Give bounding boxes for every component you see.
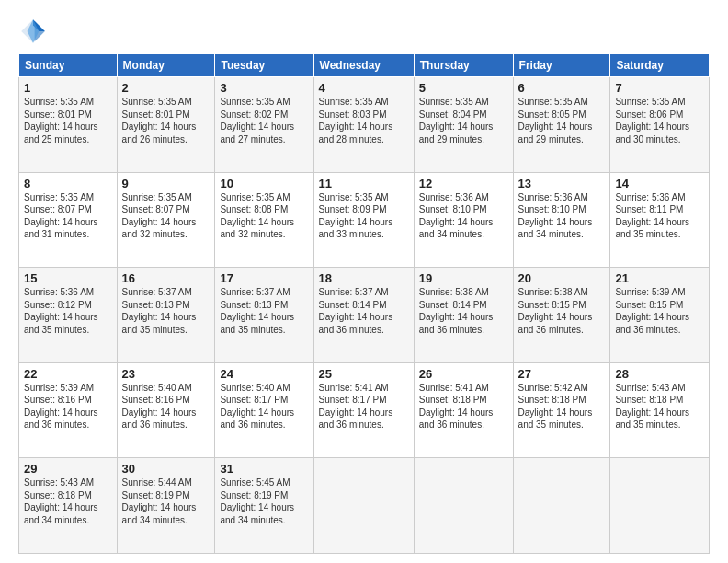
- day-number: 29: [24, 462, 112, 476]
- day-info: Sunrise: 5:35 AM Sunset: 8:09 PM Dayligh…: [319, 191, 409, 241]
- day-info: Sunrise: 5:45 AM Sunset: 8:19 PM Dayligh…: [220, 477, 308, 526]
- day-number: 9: [122, 177, 210, 190]
- calendar-cell: 7Sunrise: 5:35 AM Sunset: 8:06 PM Daylig…: [610, 77, 710, 173]
- day-info: Sunrise: 5:38 AM Sunset: 8:14 PM Dayligh…: [419, 286, 508, 336]
- calendar-cell: 31Sunrise: 5:45 AM Sunset: 8:19 PM Dayli…: [215, 458, 313, 554]
- day-number: 27: [518, 367, 606, 381]
- day-number: 12: [419, 177, 508, 190]
- day-number: 22: [24, 367, 112, 381]
- day-info: Sunrise: 5:42 AM Sunset: 8:18 PM Dayligh…: [518, 382, 606, 431]
- day-number: 26: [419, 367, 508, 381]
- calendar-cell: 15Sunrise: 5:36 AM Sunset: 8:12 PM Dayli…: [19, 268, 118, 363]
- day-info: Sunrise: 5:43 AM Sunset: 8:18 PM Dayligh…: [615, 382, 704, 431]
- day-number: 31: [220, 462, 308, 476]
- day-number: 25: [319, 367, 409, 381]
- day-number: 10: [220, 177, 308, 190]
- calendar-cell: [513, 458, 610, 554]
- day-number: 16: [122, 271, 210, 285]
- day-number: 20: [518, 271, 606, 285]
- day-number: 15: [24, 271, 112, 285]
- svg-marker-3: [28, 19, 40, 43]
- day-info: Sunrise: 5:35 AM Sunset: 8:08 PM Dayligh…: [220, 191, 308, 241]
- calendar-cell: 17Sunrise: 5:37 AM Sunset: 8:13 PM Dayli…: [215, 268, 313, 363]
- calendar-cell: 24Sunrise: 5:40 AM Sunset: 8:17 PM Dayli…: [215, 362, 313, 458]
- logo-icon: [18, 17, 48, 46]
- calendar-cell: [610, 458, 710, 554]
- day-info: Sunrise: 5:35 AM Sunset: 8:07 PM Dayligh…: [24, 191, 112, 241]
- day-number: 18: [319, 271, 409, 285]
- calendar-week-0: 1Sunrise: 5:35 AM Sunset: 8:01 PM Daylig…: [19, 77, 710, 173]
- day-number: 11: [319, 177, 409, 190]
- weekday-header-saturday: Saturday: [610, 54, 710, 77]
- day-info: Sunrise: 5:35 AM Sunset: 8:05 PM Dayligh…: [518, 96, 606, 145]
- day-info: Sunrise: 5:35 AM Sunset: 8:01 PM Dayligh…: [24, 96, 112, 145]
- calendar-cell: 13Sunrise: 5:36 AM Sunset: 8:10 PM Dayli…: [513, 172, 610, 268]
- calendar-cell: 19Sunrise: 5:38 AM Sunset: 8:14 PM Dayli…: [414, 268, 513, 363]
- day-info: Sunrise: 5:41 AM Sunset: 8:17 PM Dayligh…: [319, 382, 409, 431]
- calendar-cell: 30Sunrise: 5:44 AM Sunset: 8:19 PM Dayli…: [117, 458, 215, 554]
- day-number: 5: [419, 81, 508, 95]
- day-info: Sunrise: 5:36 AM Sunset: 8:10 PM Dayligh…: [518, 191, 606, 241]
- calendar-cell: 29Sunrise: 5:43 AM Sunset: 8:18 PM Dayli…: [19, 458, 118, 554]
- day-number: 23: [122, 367, 210, 381]
- weekday-header-monday: Monday: [117, 54, 215, 77]
- calendar-table: SundayMondayTuesdayWednesdayThursdayFrid…: [18, 53, 710, 554]
- day-number: 7: [615, 81, 704, 95]
- calendar-week-1: 8Sunrise: 5:35 AM Sunset: 8:07 PM Daylig…: [19, 172, 710, 268]
- day-info: Sunrise: 5:35 AM Sunset: 8:01 PM Dayligh…: [122, 96, 210, 145]
- calendar-cell: 8Sunrise: 5:35 AM Sunset: 8:07 PM Daylig…: [19, 172, 118, 268]
- day-number: 14: [615, 177, 704, 190]
- day-info: Sunrise: 5:37 AM Sunset: 8:14 PM Dayligh…: [319, 286, 409, 336]
- weekday-header-friday: Friday: [513, 54, 610, 77]
- day-number: 30: [122, 462, 210, 476]
- calendar-cell: 4Sunrise: 5:35 AM Sunset: 8:03 PM Daylig…: [313, 77, 414, 173]
- day-number: 28: [615, 367, 704, 381]
- day-number: 13: [518, 177, 606, 190]
- calendar-cell: 20Sunrise: 5:38 AM Sunset: 8:15 PM Dayli…: [513, 268, 610, 363]
- calendar-cell: 5Sunrise: 5:35 AM Sunset: 8:04 PM Daylig…: [414, 77, 513, 173]
- calendar-week-4: 29Sunrise: 5:43 AM Sunset: 8:18 PM Dayli…: [19, 458, 710, 554]
- day-number: 19: [419, 271, 508, 285]
- calendar-cell: 3Sunrise: 5:35 AM Sunset: 8:02 PM Daylig…: [215, 77, 313, 173]
- day-number: 21: [615, 271, 704, 285]
- day-info: Sunrise: 5:35 AM Sunset: 8:03 PM Dayligh…: [319, 96, 409, 145]
- calendar-cell: 27Sunrise: 5:42 AM Sunset: 8:18 PM Dayli…: [513, 362, 610, 458]
- day-info: Sunrise: 5:35 AM Sunset: 8:07 PM Dayligh…: [122, 191, 210, 241]
- day-info: Sunrise: 5:35 AM Sunset: 8:02 PM Dayligh…: [220, 96, 308, 145]
- day-number: 1: [24, 81, 112, 95]
- day-info: Sunrise: 5:38 AM Sunset: 8:15 PM Dayligh…: [518, 286, 606, 336]
- day-info: Sunrise: 5:44 AM Sunset: 8:19 PM Dayligh…: [122, 477, 210, 526]
- day-info: Sunrise: 5:43 AM Sunset: 8:18 PM Dayligh…: [24, 477, 112, 526]
- calendar-week-3: 22Sunrise: 5:39 AM Sunset: 8:16 PM Dayli…: [19, 362, 710, 458]
- day-info: Sunrise: 5:36 AM Sunset: 8:11 PM Dayligh…: [615, 191, 704, 241]
- calendar-cell: 26Sunrise: 5:41 AM Sunset: 8:18 PM Dayli…: [414, 362, 513, 458]
- weekday-header-tuesday: Tuesday: [215, 54, 313, 77]
- calendar-cell: 14Sunrise: 5:36 AM Sunset: 8:11 PM Dayli…: [610, 172, 710, 268]
- calendar-cell: [414, 458, 513, 554]
- day-number: 8: [24, 177, 112, 190]
- page: SundayMondayTuesdayWednesdayThursdayFrid…: [0, 0, 728, 563]
- calendar-cell: 1Sunrise: 5:35 AM Sunset: 8:01 PM Daylig…: [19, 77, 118, 173]
- calendar-cell: 21Sunrise: 5:39 AM Sunset: 8:15 PM Dayli…: [610, 268, 710, 363]
- calendar-cell: 16Sunrise: 5:37 AM Sunset: 8:13 PM Dayli…: [117, 268, 215, 363]
- calendar-cell: 18Sunrise: 5:37 AM Sunset: 8:14 PM Dayli…: [313, 268, 414, 363]
- calendar-cell: 23Sunrise: 5:40 AM Sunset: 8:16 PM Dayli…: [117, 362, 215, 458]
- calendar-cell: 10Sunrise: 5:35 AM Sunset: 8:08 PM Dayli…: [215, 172, 313, 268]
- calendar-week-2: 15Sunrise: 5:36 AM Sunset: 8:12 PM Dayli…: [19, 268, 710, 363]
- calendar-cell: 6Sunrise: 5:35 AM Sunset: 8:05 PM Daylig…: [513, 77, 610, 173]
- day-info: Sunrise: 5:37 AM Sunset: 8:13 PM Dayligh…: [122, 286, 210, 336]
- day-info: Sunrise: 5:39 AM Sunset: 8:16 PM Dayligh…: [24, 382, 112, 431]
- calendar-cell: 12Sunrise: 5:36 AM Sunset: 8:10 PM Dayli…: [414, 172, 513, 268]
- calendar-cell: 2Sunrise: 5:35 AM Sunset: 8:01 PM Daylig…: [117, 77, 215, 173]
- weekday-header-row: SundayMondayTuesdayWednesdayThursdayFrid…: [19, 54, 710, 77]
- day-number: 2: [122, 81, 210, 95]
- day-info: Sunrise: 5:35 AM Sunset: 8:06 PM Dayligh…: [615, 96, 704, 145]
- weekday-header-wednesday: Wednesday: [313, 54, 414, 77]
- day-info: Sunrise: 5:40 AM Sunset: 8:17 PM Dayligh…: [220, 382, 308, 431]
- day-number: 4: [319, 81, 409, 95]
- logo: [18, 17, 51, 46]
- day-number: 3: [220, 81, 308, 95]
- day-number: 6: [518, 81, 606, 95]
- day-info: Sunrise: 5:37 AM Sunset: 8:13 PM Dayligh…: [220, 286, 308, 336]
- day-number: 17: [220, 271, 308, 285]
